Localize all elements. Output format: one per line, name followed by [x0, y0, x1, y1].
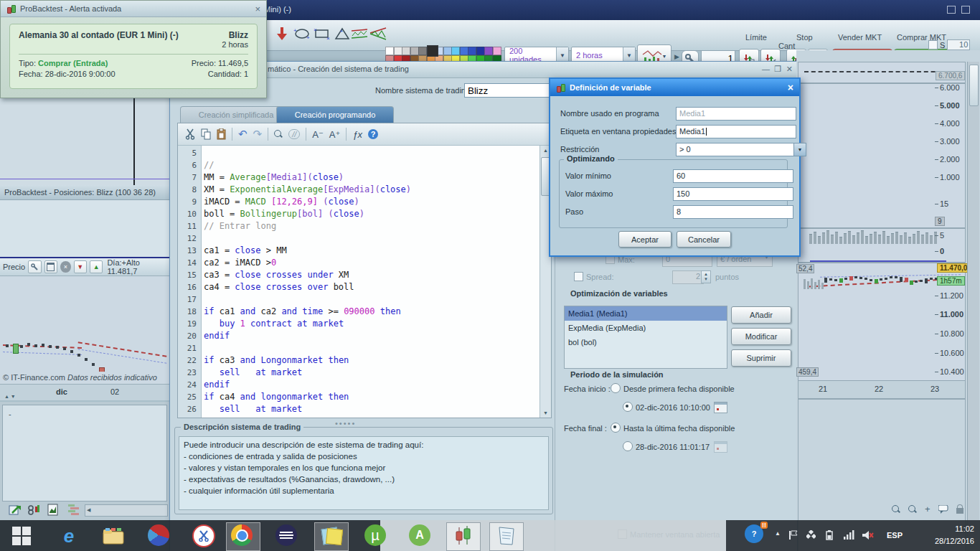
code-line[interactable]: iMACD = MACD [12,26,9] (close) — [204, 196, 540, 208]
code-line[interactable]: // Entrar long — [204, 220, 540, 232]
time-axis[interactable]: dic 02 — [0, 384, 169, 400]
scroll-left-icon[interactable]: ◀ — [87, 507, 90, 513]
buy-arrow-icon[interactable]: ▲ — [90, 260, 103, 273]
restore-icon[interactable] — [961, 6, 970, 14]
positions-titlebar[interactable]: ProBacktest - Posiciones: Blizz (100 36 … — [0, 185, 169, 200]
taskbar-utorrent-icon[interactable]: µ — [364, 524, 386, 546]
taskbar-sticky-notes-icon[interactable] — [320, 524, 343, 547]
close-circle-icon[interactable]: × — [60, 261, 71, 273]
lock-icon[interactable] — [956, 508, 963, 514]
color-swatch[interactable] — [402, 47, 410, 55]
code-line[interactable] — [204, 342, 540, 354]
taskbar-app-logo-icon[interactable] — [148, 524, 169, 546]
histo-badge[interactable]: 9 — [935, 217, 945, 226]
code-line[interactable]: if ca3 and Longonmarket then — [204, 354, 540, 367]
code-line[interactable] — [204, 147, 540, 159]
code-line[interactable]: boll = Bollingerup[bol] (close) — [204, 208, 540, 220]
paste-icon[interactable] — [217, 128, 226, 140]
code-line[interactable]: if ca1 and ca2 and time >= 090000 then — [204, 306, 540, 318]
code-line[interactable] — [204, 293, 540, 306]
undo-icon[interactable]: ↶ — [238, 128, 248, 141]
variable-list-item[interactable]: Media1 (Media1) — [565, 306, 727, 321]
code-line[interactable]: ca4 = close crosses over boll — [204, 281, 540, 293]
tray-sync-icon[interactable] — [806, 530, 816, 540]
tray-help-icon[interactable]: ? !! — [745, 524, 763, 543]
step-input[interactable]: 8 — [673, 205, 793, 219]
code-line[interactable]: ca2 = iMACD >0 — [204, 257, 540, 269]
max-value-input[interactable]: 150 — [673, 187, 793, 201]
code-line[interactable]: XM = ExponentialAverage[ExpMedia](close) — [204, 184, 540, 196]
close-icon[interactable]: × — [788, 82, 793, 93]
code-line[interactable]: sell at market — [204, 367, 540, 379]
s-value-field[interactable]: 10 — [947, 39, 970, 50]
window-icon[interactable] — [44, 260, 57, 273]
detach-chart-icon[interactable] — [9, 504, 22, 516]
end-last-date-radio[interactable] — [611, 423, 621, 433]
color-swatch[interactable] — [493, 47, 501, 55]
tray-network-icon[interactable] — [844, 530, 854, 540]
calendar-icon[interactable] — [714, 402, 727, 413]
color-swatch[interactable] — [410, 47, 419, 55]
search-icon[interactable] — [274, 130, 283, 138]
code-line[interactable]: if ca4 and longonmarket then — [204, 391, 540, 403]
lower-left-panel[interactable]: - — [0, 402, 170, 520]
broadening-pattern-tool-icon[interactable] — [369, 24, 387, 43]
chevron-down-icon[interactable]: ▼ — [793, 143, 806, 156]
price-chart[interactable] — [0, 276, 169, 372]
insert-function-icon[interactable]: ƒx — [352, 129, 362, 140]
program-name-input[interactable]: Media1 — [676, 107, 796, 121]
report-page-icon[interactable] — [47, 504, 60, 516]
red-arrow-tool-icon[interactable] — [273, 24, 291, 43]
description-textarea[interactable]: Puede introducir una descripción de este… — [179, 436, 549, 510]
color-swatch[interactable] — [418, 47, 427, 55]
code-line[interactable]: MM = Average[Media1](close) — [204, 171, 540, 184]
code-area[interactable]: 567891011121314151617181920212223242526 … — [178, 146, 540, 418]
font-smaller-icon[interactable]: A⁻ — [312, 129, 324, 140]
taskbar-snipping-tool-icon[interactable] — [192, 524, 215, 547]
wrench-icon[interactable] — [28, 260, 41, 273]
tab-creacion-programando[interactable]: Creación programando — [276, 106, 394, 123]
tray-flag-icon[interactable] — [789, 530, 798, 540]
color-swatch[interactable] — [427, 45, 438, 57]
tray-expand-icon[interactable]: ▲ — [775, 530, 781, 537]
code-line[interactable]: endif — [204, 330, 540, 342]
price-panel[interactable]: Precio × ▼ ▲ Día:+Alto 11.481,7 © IT-Fin… — [0, 258, 170, 400]
taskbar-notepad-icon[interactable] — [495, 524, 518, 547]
color-swatch[interactable] — [451, 47, 460, 55]
sell-arrow-icon[interactable]: ▼ — [74, 260, 87, 273]
color-swatch[interactable] — [484, 47, 493, 55]
delete-button[interactable]: Suprimir — [731, 349, 791, 367]
help-icon[interactable]: ? — [368, 129, 378, 139]
copy-icon[interactable] — [201, 128, 211, 140]
minimize-icon[interactable]: — — [762, 65, 770, 73]
vertical-scrollbar[interactable] — [967, 62, 979, 541]
color-swatch[interactable] — [468, 47, 476, 55]
code-line[interactable]: ca1 = close > MM — [204, 245, 540, 257]
close-icon[interactable]: × — [255, 4, 260, 14]
positions-window[interactable]: ProBacktest - Posiciones: Blizz (100 36 … — [0, 185, 170, 258]
taskbar-prorealtime-icon[interactable] — [452, 524, 475, 547]
start-button[interactable] — [10, 524, 33, 547]
channel-tool-icon[interactable] — [350, 24, 369, 43]
scroll-down-icon[interactable]: ▼ — [542, 410, 550, 415]
code-line[interactable]: endif — [204, 379, 540, 391]
link-periods-icon[interactable] — [27, 504, 40, 516]
spread-value-field[interactable]: 2 — [672, 270, 704, 284]
dialog-titlebar[interactable]: Definición de variable × — [550, 79, 799, 96]
maximize-icon[interactable] — [947, 6, 956, 14]
tray-clock[interactable]: 11:02 28/12/2016 — [935, 523, 974, 547]
tray-volume-muted-icon[interactable] — [862, 530, 874, 540]
collapse-arrows-icon[interactable]: ▲ ▼ — [4, 394, 16, 399]
code-editor[interactable]: ↶ ↷ // A⁻ A⁺ ƒx ? 5678910111213141516171… — [177, 123, 552, 418]
color-swatch[interactable] — [460, 47, 468, 55]
expand-arrow-icon[interactable]: ▶ — [674, 53, 679, 60]
accept-button[interactable]: Aceptar — [618, 231, 672, 248]
font-larger-icon[interactable]: A⁺ — [329, 129, 341, 140]
close-icon[interactable]: ✕ — [786, 65, 793, 74]
cut-icon[interactable] — [185, 128, 195, 140]
restriction-select[interactable]: > 0 ▼ — [676, 143, 806, 156]
start-custom-date-radio[interactable] — [623, 402, 633, 412]
crosshair-icon[interactable]: + — [925, 504, 930, 514]
ellipse-tool-icon[interactable]: ++ — [293, 24, 311, 43]
add-button[interactable]: Añadir — [731, 306, 791, 324]
